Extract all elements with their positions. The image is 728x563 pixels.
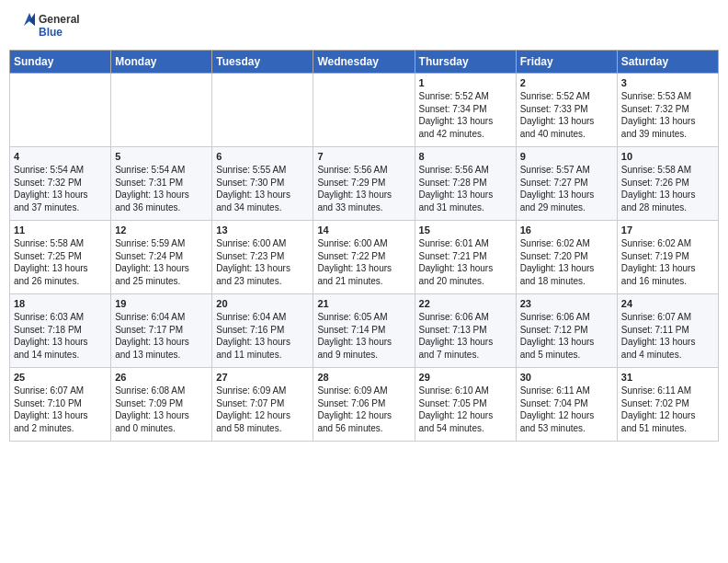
day-info: Sunrise: 6:04 AM Sunset: 7:17 PM Dayligh…	[115, 311, 208, 361]
day-number: 20	[216, 298, 309, 309]
day-info: Sunrise: 5:57 AM Sunset: 7:27 PM Dayligh…	[520, 164, 613, 213]
calendar-cell: 15Sunrise: 6:01 AM Sunset: 7:21 PM Dayli…	[415, 221, 516, 294]
day-number: 1	[419, 77, 512, 88]
day-number: 17	[621, 224, 714, 236]
calendar-cell	[10, 74, 111, 147]
calendar-cell: 25Sunrise: 6:07 AM Sunset: 7:10 PM Dayli…	[10, 368, 111, 442]
day-info: Sunrise: 6:00 AM Sunset: 7:23 PM Dayligh…	[216, 237, 309, 287]
calendar-cell: 5Sunrise: 5:54 AM Sunset: 7:31 PM Daylig…	[111, 147, 212, 221]
day-info: Sunrise: 6:07 AM Sunset: 7:11 PM Dayligh…	[621, 311, 714, 361]
calendar-cell: 14Sunrise: 6:00 AM Sunset: 7:22 PM Dayli…	[313, 221, 415, 294]
day-number: 12	[115, 224, 208, 236]
calendar-cell: 31Sunrise: 6:11 AM Sunset: 7:02 PM Dayli…	[617, 368, 718, 442]
calendar-cell: 19Sunrise: 6:04 AM Sunset: 7:17 PM Dayli…	[111, 294, 212, 368]
day-number: 13	[216, 224, 309, 236]
calendar-cell: 29Sunrise: 6:10 AM Sunset: 7:05 PM Dayli…	[415, 368, 516, 442]
day-number: 18	[14, 298, 107, 309]
svg-text:General: General	[39, 13, 80, 26]
day-number: 26	[115, 372, 208, 383]
day-number: 6	[216, 151, 309, 162]
calendar-cell: 24Sunrise: 6:07 AM Sunset: 7:11 PM Dayli…	[617, 294, 718, 368]
calendar-cell: 2Sunrise: 5:52 AM Sunset: 7:33 PM Daylig…	[516, 74, 617, 147]
calendar-cell: 1Sunrise: 5:52 AM Sunset: 7:34 PM Daylig…	[415, 74, 516, 147]
calendar-cell: 21Sunrise: 6:05 AM Sunset: 7:14 PM Dayli…	[313, 294, 415, 368]
day-info: Sunrise: 5:59 AM Sunset: 7:24 PM Dayligh…	[115, 237, 208, 287]
day-number: 19	[115, 298, 208, 309]
weekday-header-friday: Friday	[516, 51, 617, 74]
calendar-cell: 27Sunrise: 6:09 AM Sunset: 7:07 PM Dayli…	[212, 368, 313, 442]
day-number: 2	[520, 77, 613, 88]
day-number: 30	[520, 372, 613, 383]
day-info: Sunrise: 5:54 AM Sunset: 7:32 PM Dayligh…	[14, 164, 107, 213]
calendar-cell	[313, 74, 415, 147]
calendar-cell: 18Sunrise: 6:03 AM Sunset: 7:18 PM Dayli…	[10, 294, 111, 368]
day-info: Sunrise: 6:06 AM Sunset: 7:13 PM Dayligh…	[419, 311, 512, 361]
day-info: Sunrise: 6:05 AM Sunset: 7:14 PM Dayligh…	[317, 311, 410, 361]
day-info: Sunrise: 5:55 AM Sunset: 7:30 PM Dayligh…	[216, 164, 309, 213]
day-info: Sunrise: 6:09 AM Sunset: 7:06 PM Dayligh…	[317, 385, 410, 434]
calendar-week-5: 25Sunrise: 6:07 AM Sunset: 7:10 PM Dayli…	[10, 368, 719, 442]
weekday-header-monday: Monday	[111, 51, 212, 74]
day-number: 22	[419, 298, 512, 309]
calendar-cell: 11Sunrise: 5:58 AM Sunset: 7:25 PM Dayli…	[10, 221, 111, 294]
day-info: Sunrise: 6:00 AM Sunset: 7:22 PM Dayligh…	[317, 237, 410, 287]
day-number: 5	[115, 151, 208, 162]
calendar-cell: 8Sunrise: 5:56 AM Sunset: 7:28 PM Daylig…	[415, 147, 516, 221]
day-number: 31	[621, 372, 714, 383]
calendar-cell: 17Sunrise: 6:02 AM Sunset: 7:19 PM Dayli…	[617, 221, 718, 294]
day-number: 27	[216, 372, 309, 383]
day-info: Sunrise: 6:08 AM Sunset: 7:09 PM Dayligh…	[115, 385, 208, 434]
day-number: 10	[621, 151, 714, 162]
calendar-week-3: 11Sunrise: 5:58 AM Sunset: 7:25 PM Dayli…	[10, 221, 719, 294]
calendar-week-1: 1Sunrise: 5:52 AM Sunset: 7:34 PM Daylig…	[10, 74, 719, 147]
day-number: 15	[419, 224, 512, 236]
day-number: 16	[520, 224, 613, 236]
day-number: 23	[520, 298, 613, 309]
svg-text:Blue: Blue	[39, 26, 63, 39]
day-info: Sunrise: 6:07 AM Sunset: 7:10 PM Dayligh…	[14, 385, 107, 434]
calendar-cell: 3Sunrise: 5:53 AM Sunset: 7:32 PM Daylig…	[617, 74, 718, 147]
calendar-cell: 12Sunrise: 5:59 AM Sunset: 7:24 PM Dayli…	[111, 221, 212, 294]
calendar-cell: 22Sunrise: 6:06 AM Sunset: 7:13 PM Dayli…	[415, 294, 516, 368]
day-number: 25	[14, 372, 107, 383]
calendar-week-4: 18Sunrise: 6:03 AM Sunset: 7:18 PM Dayli…	[10, 294, 719, 368]
weekday-header-saturday: Saturday	[617, 51, 718, 74]
calendar-cell: 30Sunrise: 6:11 AM Sunset: 7:04 PM Dayli…	[516, 368, 617, 442]
day-number: 9	[520, 151, 613, 162]
day-info: Sunrise: 6:11 AM Sunset: 7:04 PM Dayligh…	[520, 385, 613, 434]
day-info: Sunrise: 6:10 AM Sunset: 7:05 PM Dayligh…	[419, 385, 512, 434]
calendar-cell: 16Sunrise: 6:02 AM Sunset: 7:20 PM Dayli…	[516, 221, 617, 294]
day-info: Sunrise: 5:56 AM Sunset: 7:28 PM Dayligh…	[419, 164, 512, 213]
day-info: Sunrise: 5:52 AM Sunset: 7:33 PM Dayligh…	[520, 90, 613, 140]
weekday-header-thursday: Thursday	[415, 51, 516, 74]
day-info: Sunrise: 5:52 AM Sunset: 7:34 PM Dayligh…	[419, 90, 512, 140]
calendar-cell: 7Sunrise: 5:56 AM Sunset: 7:29 PM Daylig…	[313, 147, 415, 221]
calendar-cell: 10Sunrise: 5:58 AM Sunset: 7:26 PM Dayli…	[617, 147, 718, 221]
day-number: 11	[14, 224, 107, 236]
weekday-header-tuesday: Tuesday	[212, 51, 313, 74]
day-info: Sunrise: 5:53 AM Sunset: 7:32 PM Dayligh…	[621, 90, 714, 140]
day-number: 29	[419, 372, 512, 383]
day-info: Sunrise: 5:58 AM Sunset: 7:26 PM Dayligh…	[621, 164, 714, 213]
calendar-cell: 6Sunrise: 5:55 AM Sunset: 7:30 PM Daylig…	[212, 147, 313, 221]
day-number: 8	[419, 151, 512, 162]
page-header: General Blue	[9, 9, 719, 42]
day-number: 21	[317, 298, 410, 309]
day-info: Sunrise: 6:01 AM Sunset: 7:21 PM Dayligh…	[419, 237, 512, 287]
calendar-cell: 26Sunrise: 6:08 AM Sunset: 7:09 PM Dayli…	[111, 368, 212, 442]
calendar-cell: 4Sunrise: 5:54 AM Sunset: 7:32 PM Daylig…	[10, 147, 111, 221]
day-number: 24	[621, 298, 714, 309]
day-number: 14	[317, 224, 410, 236]
calendar-table: SundayMondayTuesdayWednesdayThursdayFrid…	[9, 50, 719, 442]
logo: General Blue	[13, 9, 123, 42]
calendar-cell: 13Sunrise: 6:00 AM Sunset: 7:23 PM Dayli…	[212, 221, 313, 294]
day-info: Sunrise: 5:58 AM Sunset: 7:25 PM Dayligh…	[14, 237, 107, 287]
calendar-cell: 9Sunrise: 5:57 AM Sunset: 7:27 PM Daylig…	[516, 147, 617, 221]
calendar-week-2: 4Sunrise: 5:54 AM Sunset: 7:32 PM Daylig…	[10, 147, 719, 221]
day-info: Sunrise: 6:06 AM Sunset: 7:12 PM Dayligh…	[520, 311, 613, 361]
weekday-header-wednesday: Wednesday	[313, 51, 415, 74]
day-number: 3	[621, 77, 714, 88]
day-number: 4	[14, 151, 107, 162]
day-info: Sunrise: 6:02 AM Sunset: 7:20 PM Dayligh…	[520, 237, 613, 287]
day-info: Sunrise: 5:54 AM Sunset: 7:31 PM Dayligh…	[115, 164, 208, 213]
